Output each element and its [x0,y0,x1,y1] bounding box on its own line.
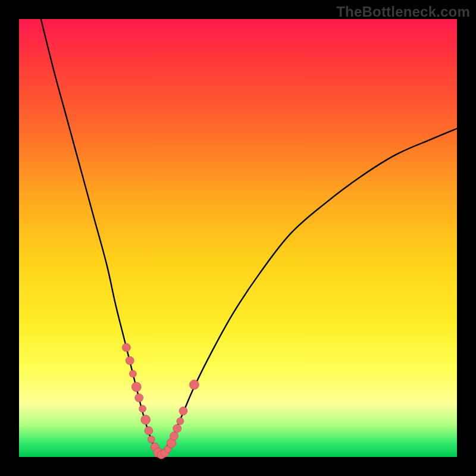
data-marker [145,427,153,435]
data-marker [141,415,151,424]
data-marker [139,405,146,412]
data-marker [126,356,134,365]
data-marker [177,418,184,425]
data-marker [189,380,199,390]
chart-stage: TheBottleneck.com [0,0,476,476]
data-marker [148,436,155,443]
data-marker [131,382,141,392]
data-marker [170,432,178,440]
data-marker [135,394,143,402]
watermark-text: TheBottleneck.com [336,4,470,20]
chart-svg [19,19,457,457]
curve-left-branch [41,19,159,456]
data-marker [179,407,187,415]
curve-right-branch [159,129,457,456]
data-marker [129,370,136,377]
data-marker [173,424,181,433]
data-marker [122,343,130,352]
curve-group [41,19,457,456]
